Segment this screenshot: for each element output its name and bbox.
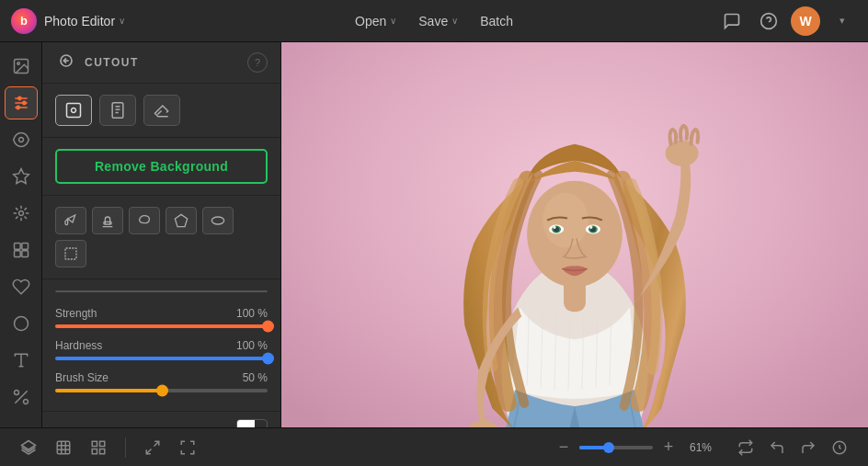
svg-point-29 (23, 400, 28, 404)
svg-rect-73 (92, 441, 97, 446)
tools-panel: CUTOUT ? (42, 42, 281, 427)
background-color-swatch[interactable] (236, 419, 268, 427)
svg-rect-22 (14, 251, 20, 257)
tools-help-button[interactable]: ? (247, 52, 268, 73)
history-buttons (732, 434, 853, 461)
sidebar-shapes-btn[interactable] (5, 307, 38, 340)
zoom-slider[interactable] (579, 446, 653, 449)
sidebar-star-btn[interactable] (5, 160, 38, 193)
svg-line-16 (16, 208, 17, 210)
sidebar-elements-btn[interactable] (5, 197, 38, 230)
svg-line-27 (15, 391, 27, 403)
sidebar-layers-btn[interactable] (5, 233, 38, 267)
strength-label: Strength (55, 307, 97, 320)
info-button[interactable] (826, 434, 853, 461)
keep-mode-btn[interactable]: Keep (162, 291, 268, 292)
back-button[interactable] (55, 51, 77, 74)
help-icon-button[interactable] (754, 6, 783, 36)
brush-size-value: 50 % (243, 371, 268, 384)
strength-slider[interactable] (55, 324, 268, 328)
expand-btn[interactable] (139, 434, 166, 461)
sidebar-adjust-btn[interactable] (5, 86, 38, 119)
cutout-mode-portrait[interactable] (99, 95, 136, 126)
hardness-value: 100 % (236, 339, 268, 352)
bottom-toolbar: − + 61% (0, 427, 868, 466)
save-button[interactable]: Save ∨ (409, 9, 467, 33)
svg-point-7 (22, 101, 25, 104)
sidebar-favorites-btn[interactable] (5, 270, 38, 303)
batch-button[interactable]: Batch (471, 9, 522, 33)
zoom-in-button[interactable]: + (657, 436, 680, 460)
brush-rect-select-btn[interactable] (55, 240, 86, 267)
brush-lasso-btn[interactable] (129, 207, 160, 234)
zoom-out-button[interactable]: − (552, 436, 576, 460)
hardness-slider[interactable] (55, 357, 268, 360)
svg-point-9 (18, 138, 23, 142)
svg-line-19 (16, 217, 17, 219)
canvas-btn[interactable] (50, 434, 77, 461)
svg-rect-23 (21, 251, 28, 257)
remove-keep-toggle: Remove Keep (55, 290, 268, 292)
flip-btn[interactable] (732, 434, 760, 461)
svg-rect-41 (65, 248, 76, 259)
redo-button[interactable] (794, 434, 822, 461)
brush-poly-btn[interactable] (166, 207, 197, 234)
brush-stamp-btn[interactable] (92, 207, 123, 234)
tools-header-left: CUTOUT (55, 51, 139, 74)
svg-point-55 (542, 193, 588, 248)
app-title: Photo Editor ∨ (44, 14, 125, 28)
sidebar-text-btn[interactable] (5, 344, 38, 377)
remove-mode-btn[interactable]: Remove (56, 291, 162, 292)
cutout-mode-magic[interactable] (55, 95, 92, 126)
cutout-mode-erase[interactable] (143, 95, 180, 126)
background-color-row: Background Color (42, 411, 280, 427)
grid-btn[interactable] (85, 434, 112, 461)
zoom-slider-thumb[interactable] (603, 442, 614, 453)
title-chevron: ∨ (119, 16, 125, 26)
svg-line-17 (24, 217, 26, 219)
user-menu-chevron[interactable]: ▾ (828, 6, 857, 36)
hardness-slider-row: Hardness 100 % (55, 339, 268, 360)
svg-rect-34 (112, 103, 123, 119)
brush-size-slider[interactable] (55, 389, 268, 392)
icon-sidebar (0, 42, 42, 427)
header-center-actions: Open ∨ Save ∨ Batch (346, 9, 522, 33)
tools-panel-header: CUTOUT ? (42, 42, 280, 84)
remove-background-button[interactable]: Remove Background (55, 149, 268, 184)
svg-point-6 (17, 97, 20, 99)
brush-paint-btn[interactable] (55, 207, 86, 234)
user-avatar[interactable]: W (791, 6, 820, 36)
svg-rect-76 (100, 449, 105, 453)
strength-thumb[interactable] (262, 321, 274, 333)
canvas-area[interactable] (281, 42, 868, 427)
brush-tools (42, 196, 280, 279)
undo-button[interactable] (763, 434, 791, 461)
app-logo[interactable]: b (11, 8, 37, 34)
sidebar-image-btn[interactable] (5, 50, 38, 83)
strength-slider-row: Strength 100 % (55, 307, 268, 328)
chat-icon-button[interactable] (717, 6, 747, 36)
brush-size-label: Brush Size (55, 371, 108, 384)
sliders-section: Strength 100 % Hardness 100 % (42, 303, 280, 411)
layers-bottom-btn[interactable] (15, 434, 42, 461)
tools-panel-title: CUTOUT (85, 56, 139, 69)
open-button[interactable]: Open ∨ (346, 9, 405, 33)
svg-point-59 (554, 226, 556, 229)
header: b Photo Editor ∨ Open ∨ Save ∨ Batch (0, 0, 868, 42)
svg-rect-21 (21, 244, 28, 250)
remove-bg-section: Remove Background (42, 138, 280, 196)
brush-ellipse-btn[interactable] (202, 207, 234, 234)
divider-1 (125, 438, 126, 458)
main-content: CUTOUT ? (0, 42, 868, 427)
hardness-thumb[interactable] (262, 353, 274, 365)
brush-size-thumb[interactable] (156, 385, 168, 397)
sidebar-view-btn[interactable] (5, 123, 38, 156)
svg-line-77 (154, 441, 159, 446)
zoom-value: 61% (690, 441, 712, 454)
svg-marker-39 (175, 214, 187, 226)
svg-point-11 (18, 211, 23, 216)
hardness-label: Hardness (55, 339, 102, 352)
svg-point-28 (14, 391, 18, 395)
fullscreen-btn[interactable] (174, 434, 201, 461)
sidebar-mask-btn[interactable] (5, 381, 38, 414)
